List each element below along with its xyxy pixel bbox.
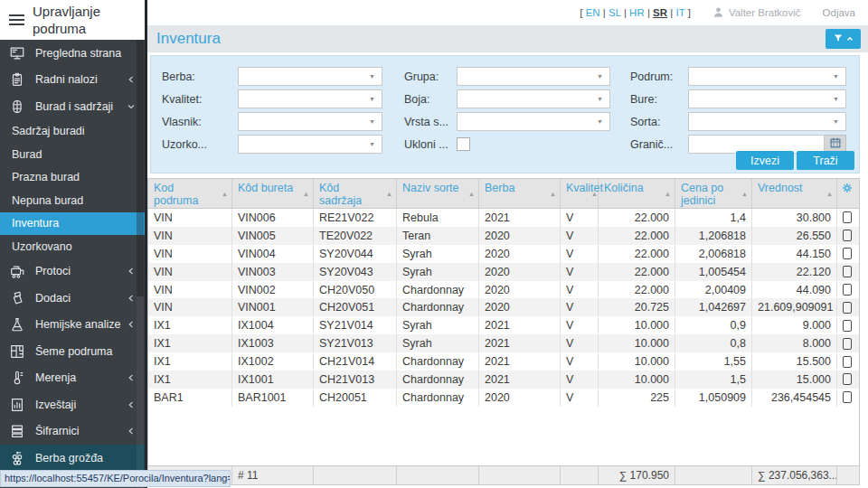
row-document-icon[interactable] — [843, 373, 852, 385]
sidebar-item-berba-gro-a[interactable]: Berba grožđa — [0, 445, 145, 472]
col-header-label: Kôd bureta — [238, 182, 293, 194]
sidebar-item-dodaci[interactable]: Dodaci — [0, 285, 145, 312]
language-link-it[interactable]: IT — [675, 7, 684, 18]
table-row[interactable]: VINVIN003SY20V043Syrah2020V22.0001,00545… — [148, 263, 859, 281]
row-document-icon[interactable] — [843, 248, 852, 259]
filter-select-berba[interactable]: ▼ — [238, 67, 382, 86]
flow-icon — [8, 262, 26, 280]
funnel-icon — [833, 33, 844, 46]
sidebar-item-izve-taji[interactable]: Izveštaji — [0, 391, 145, 418]
cell-naziv-sorte: Rebula — [397, 209, 479, 227]
cell-berba: 2020 — [479, 389, 561, 407]
language-link-hr[interactable]: HR — [629, 7, 645, 18]
filter-select-uzorko[interactable]: ▼ — [238, 135, 382, 154]
user-info[interactable]: Valter Bratkovič — [712, 6, 801, 20]
filter-select-vlasnik[interactable]: ▼ — [238, 112, 382, 131]
col-header-cena-po-jedinici[interactable]: Cena po jedinici▲ — [675, 179, 752, 208]
sort-asc-icon: ▲ — [222, 188, 228, 201]
row-document-icon[interactable] — [843, 338, 852, 350]
language-link-sr[interactable]: SR — [653, 7, 667, 18]
table-row[interactable]: VINVIN001CH20V051Chardonnay2020V20.7251,… — [148, 298, 859, 316]
sidebar-item-sadr-aj-buradi[interactable]: Sadržaj buradi — [0, 120, 145, 144]
col-header-berba[interactable]: Berba▲ — [479, 179, 561, 208]
row-document-icon[interactable] — [843, 320, 852, 332]
chevron-left-icon — [125, 399, 137, 411]
column-settings-button[interactable] — [837, 179, 857, 208]
filter-field-vlasnik: Vlasnik:▼ — [162, 112, 386, 131]
row-document-icon[interactable] — [843, 284, 852, 296]
sidebar-item-prazna-burad[interactable]: Prazna burad — [0, 166, 145, 190]
filter-select-podrum[interactable]: ▼ — [688, 67, 846, 86]
cell-k-d-bureta: VIN005 — [232, 227, 314, 245]
cell-cena-po-jedinici: 2,006818 — [675, 245, 752, 263]
filter-checkbox-ukloni[interactable] — [457, 137, 470, 151]
cell-k-d-bureta: VIN004 — [232, 245, 314, 263]
dropdown-caret-icon: ▼ — [833, 118, 839, 125]
table-row[interactable]: BAR1BAR1001CH20051Chardonnay2020V2251,05… — [148, 389, 859, 407]
sidebar-subitem-label: Uzorkovano — [12, 240, 72, 253]
table-row[interactable]: IX1IX1002CH21V014Chardonnay2021V10.0001,… — [148, 352, 859, 371]
col-header-kvalitet[interactable]: Kvalitet▲ — [561, 179, 599, 208]
sidebar-item-ifrarnici[interactable]: Šifrarnici — [0, 418, 145, 446]
row-document-icon[interactable] — [843, 302, 852, 314]
sidebar-item-burad[interactable]: Burad — [0, 143, 145, 166]
sidebar-item-hemijske-analize[interactable]: Hemijske analize — [0, 312, 145, 339]
table-row[interactable]: VINVIN005TE20V022Teran2020V22.0001,20681… — [148, 227, 859, 245]
sidebar-item-nepuna-burad[interactable]: Nepuna burad — [0, 189, 145, 212]
filter-select-grupa[interactable]: ▼ — [457, 67, 610, 86]
sidebar-item-burad-i-sadr-aji[interactable]: Burad i sadržaji — [0, 93, 145, 120]
col-header-vrednost[interactable]: Vrednost▲ — [752, 179, 837, 208]
language-link-sl[interactable]: SL — [609, 7, 621, 18]
filter-select-vrsta-s[interactable]: ▼ — [457, 112, 610, 131]
sidebar-item-uzorkovano[interactable]: Uzorkovano — [0, 235, 145, 258]
filter-select-bure[interactable]: ▼ — [688, 89, 846, 108]
sidebar-divider — [145, 0, 147, 488]
col-header-k-d-bureta[interactable]: Kôd bureta▲ — [232, 179, 314, 208]
sidebar-scrollbar[interactable] — [137, 40, 144, 488]
cell-k-d-sadr-aja: SY21V013 — [314, 334, 397, 352]
row-document-icon[interactable] — [843, 230, 852, 241]
table-row[interactable]: VINVIN004SY20V044Syrah2020V22.0002,00681… — [148, 245, 859, 263]
filter-select-sorta[interactable]: ▼ — [688, 112, 846, 131]
filter-field-berba: Berba:▼ — [162, 67, 386, 86]
scrollbar-thumb[interactable] — [137, 40, 144, 296]
table-row[interactable]: IX1IX1004SY21V014Syrah2021V10.0000,99.00… — [148, 316, 859, 334]
stack-icon — [8, 422, 26, 440]
sort-asc-icon: ▲ — [665, 188, 671, 201]
sidebar-item-pregledna-strana[interactable]: Pregledna strana — [0, 40, 145, 67]
sidebar-item-merenja[interactable]: Merenja — [0, 365, 145, 392]
filter-label: Berba: — [162, 70, 238, 83]
export-button[interactable]: Izvezi — [736, 151, 794, 170]
row-document-icon[interactable] — [843, 211, 852, 223]
logout-link[interactable]: Odjava — [823, 7, 855, 18]
table-row[interactable]: VINVIN006RE21V022Rebula2021V22.0001,430.… — [148, 209, 859, 227]
col-header-naziv-sorte[interactable]: Naziv sorte▲ — [397, 179, 479, 208]
col-header-k-d-sadr-aja[interactable]: Kôd sadržaja▲ — [314, 179, 397, 208]
filter-toggle-button[interactable] — [826, 29, 861, 49]
cell-kvalitet: V — [561, 298, 599, 316]
table-row[interactable]: IX1IX1003SY21V013Syrah2021V10.0000,88.00… — [148, 334, 859, 352]
menu-icon[interactable] — [9, 14, 24, 25]
cell-k-d-sadr-aja: CH21V014 — [314, 352, 397, 371]
cell-cena-po-jedinici: 1,042697 — [675, 298, 752, 316]
filter-select-boja[interactable]: ▼ — [457, 89, 610, 108]
cell-naziv-sorte: Syrah — [397, 334, 479, 352]
col-header-kod-podruma[interactable]: Kod podruma▲ — [148, 179, 232, 208]
table-row[interactable]: IX1IX1001CH21V013Chardonnay2021V10.0001,… — [148, 371, 859, 389]
sidebar-item-inventura[interactable]: Inventura — [0, 212, 145, 236]
row-document-icon[interactable] — [843, 266, 852, 277]
cell-berba: 2020 — [479, 298, 561, 316]
row-document-icon[interactable] — [843, 356, 852, 368]
filter-select-kvalitet[interactable]: ▼ — [238, 89, 382, 108]
search-button[interactable]: Traži — [797, 151, 854, 170]
cell-berba: 2021 — [479, 209, 561, 227]
sidebar-item-radni-nalozi[interactable]: Radni nalozi — [0, 67, 145, 94]
row-action-cell — [837, 298, 857, 316]
filter-panel: Berba:▼Kvalitet:▼Vlasnik:▼Uzorko...▼Grup… — [150, 55, 860, 174]
col-header-koli-ina[interactable]: Količina▲ — [599, 179, 675, 208]
table-row[interactable]: VINVIN002CH20V050Chardonnay2020V22.0002,… — [148, 281, 859, 299]
language-link-en[interactable]: EN — [586, 7, 600, 18]
sidebar-item-protoci[interactable]: Protoci — [0, 258, 145, 286]
sidebar-item-eme-podruma[interactable]: Šeme podruma — [0, 338, 145, 365]
row-document-icon[interactable] — [843, 391, 852, 403]
